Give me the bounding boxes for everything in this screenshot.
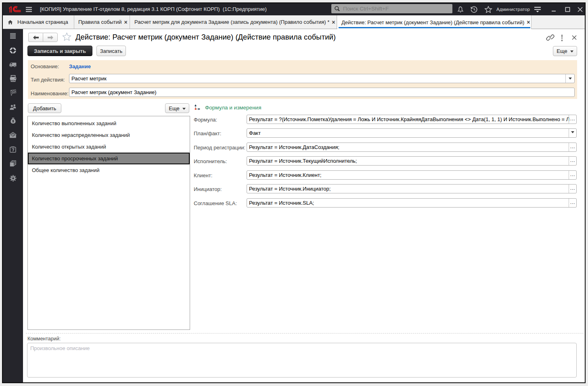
more-menu-icon[interactable] [561,35,563,42]
comment-label: Комментарий: [27,336,61,342]
sla-input[interactable]: Результат = Источник.SLA; ... [247,198,577,208]
initiator-input[interactable]: Результат = Источник.Инициатор; ... [247,184,577,193]
tab-close-icon[interactable]: × [527,19,530,25]
home-icon [8,20,13,25]
people-icon[interactable] [3,100,23,114]
global-search-input[interactable]: Поиск Ctrl+Shift+F [331,4,452,13]
tab-close-icon[interactable]: × [124,19,128,25]
tab-label: Начальная страница [17,19,68,25]
executor-choose-button[interactable]: ... [569,157,576,165]
calendar-icon[interactable] [3,143,23,156]
plan-fact-input[interactable]: Факт [247,128,577,138]
splitter[interactable] [26,333,584,334]
money-bag-icon[interactable] [3,114,23,128]
dot [561,40,563,41]
maximize-button[interactable] [561,3,573,15]
field-value: Результат = Источник.Клиент; [249,172,321,178]
tab-event-rules[interactable]: Правила событий × [74,15,130,29]
tab-home[interactable]: Начальная страница [3,15,74,29]
van-icon[interactable] [3,58,23,71]
plan-fact-dropdown-button[interactable] [569,129,576,137]
tab-bar: Начальная страница Правила событий × Рас… [3,15,585,29]
window-close-button[interactable] [574,3,586,15]
executor-input[interactable]: Результат = Источник.ТекущийИсполнитель;… [247,156,577,166]
finish-flag-icon[interactable] [3,86,23,99]
copy-icon[interactable] [3,157,23,170]
tab-close-icon[interactable]: × [332,19,335,25]
field-value: Результат = Источник.Инициатор; [249,186,331,192]
icon-glyph [577,6,583,13]
dot [561,36,563,38]
main-menu-icon[interactable] [26,7,32,12]
sla-choose-button[interactable]: ... [569,199,576,207]
history-icon[interactable] [468,3,480,15]
formula-choose-button[interactable]: ... [569,115,576,124]
formula-group-link[interactable]: Формула и измерения [205,105,261,111]
back-button[interactable] [28,33,43,42]
add-button[interactable]: Добавить [28,103,61,113]
icon-glyph [9,104,17,110]
list-item[interactable]: Общее количество заданий [28,164,190,176]
field-label: Инициатор: [194,186,222,192]
list-more-button[interactable]: Еще [165,103,189,113]
comment-placeholder: Произвольное описание [27,343,576,351]
page-title: Действие: Расчет метрик (документ Задани… [75,33,336,42]
action-type-label: Тип действия: [31,77,65,83]
favorite-star-icon[interactable] [62,32,71,41]
user-name[interactable]: Администратор [496,3,530,15]
comment-textarea[interactable]: Произвольное описание [27,343,577,378]
icon-glyph [484,6,492,13]
list-item[interactable]: Количество нераспределенных заданий [28,129,190,141]
action-type-dropdown-button[interactable] [565,74,574,83]
window-title: [КОПИЯ] Управление IT-отделом 8, редакци… [40,3,267,15]
formula-input[interactable]: Результат = ?(Источник.ПометкаУдаления =… [247,115,577,124]
icon-glyph [9,132,17,138]
list-item[interactable]: Количество выполненных заданий [28,117,190,129]
basis-link[interactable]: Задание [69,63,91,69]
lifebuoy-icon[interactable] [3,44,23,57]
client-input[interactable]: Результат = Источник.Клиент; ... [247,170,577,180]
reg-period-choose-button[interactable]: ... [569,143,576,151]
icon-glyph [47,35,54,40]
mail-icon[interactable] [3,128,23,142]
field-label: Исполнитель: [194,158,227,164]
field-label: Клиент: [194,172,212,178]
title-bar: [КОПИЯ] Управление IT-отделом 8, редакци… [3,3,585,15]
icon-glyph [565,7,570,12]
tab-separator [337,15,337,29]
get-link-icon[interactable] [546,34,555,42]
notifications-bell-icon[interactable] [454,3,467,15]
name-input[interactable]: Расчет метрик (документ Задание) [69,88,575,97]
forward-button[interactable] [43,33,58,42]
printer-icon[interactable] [3,71,23,85]
icon-glyph [470,6,478,13]
form-more-button[interactable]: Еще [553,46,577,56]
field-value: Факт [249,130,261,136]
formula-group-header: Формула и измерения [193,104,261,111]
icon-glyph [10,47,16,54]
tab-action-metrics[interactable]: Действие: Расчет метрик (документ Задани… [337,15,532,29]
gear-icon[interactable] [3,171,23,185]
list-item[interactable]: Количество открытых заданий [28,141,190,153]
save-and-close-button[interactable]: Записать и закрыть [27,46,92,56]
minimize-button[interactable] [548,3,560,15]
field-label: План/факт: [194,130,221,136]
list-icon[interactable] [3,29,23,43]
save-button[interactable]: Записать [96,46,126,56]
form-content: Действие: Расчет метрик (документ Задани… [23,29,585,382]
favorites-star-icon[interactable] [482,3,494,15]
action-type-input[interactable]: Расчет метрик [69,74,575,83]
action-type-value: Расчет метрик [71,76,107,82]
more-label: Еще [557,48,567,54]
tab-metric-rule[interactable]: Расчет метрик для документа Задание (зап… [130,15,337,29]
list-item-selected[interactable]: Количество просроченных заданий [28,153,190,164]
field-value: Результат = Источник.ТекущийИсполнитель; [249,158,357,164]
caret-down-icon [570,50,573,52]
initiator-choose-button[interactable]: ... [569,185,576,193]
field-label: Соглашение SLA: [194,200,237,206]
reg-period-input[interactable]: Результат = Источник.ДатаСоздания; ... [247,143,577,152]
name-label: Наименование: [31,90,69,96]
form-close-icon[interactable] [572,35,577,40]
service-menu-icon[interactable] [532,3,544,15]
client-choose-button[interactable]: ... [569,171,576,179]
